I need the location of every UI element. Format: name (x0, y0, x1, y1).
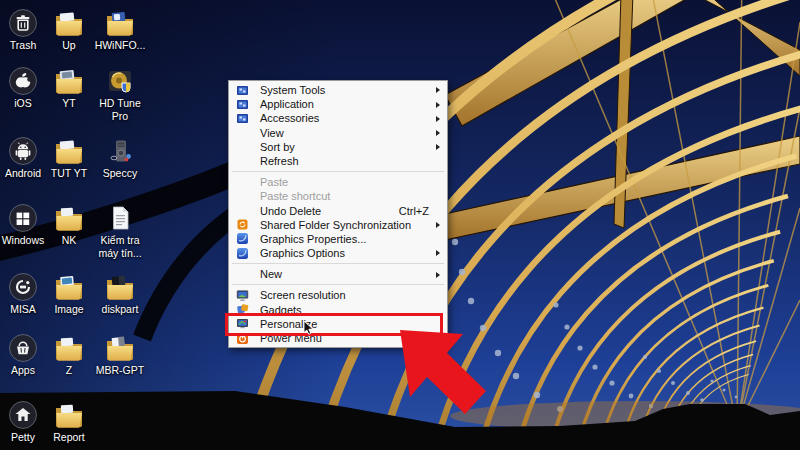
submenu-arrow-icon (436, 116, 440, 122)
menu-item-label: Application (260, 98, 314, 110)
desktop-icon-diskpart[interactable]: diskpart (91, 272, 149, 316)
menu-item-graphics-options[interactable]: Graphics Options (230, 246, 446, 260)
desktop-icon-ios[interactable]: iOS (0, 66, 49, 110)
desktop: Trash Up HWiNFO... iOS (0, 0, 800, 450)
icon-label: TUT YT (43, 167, 95, 180)
menu-item-label: Paste (260, 176, 288, 188)
submenu-arrow-icon (436, 250, 440, 256)
desktop-icon-trash[interactable]: Trash (0, 8, 49, 52)
desktop-icon-z[interactable]: Z (43, 333, 95, 377)
icon-label: Image (43, 303, 95, 316)
submenu-arrow-icon (436, 130, 440, 136)
desktop-icon-yt[interactable]: YT (43, 66, 95, 110)
pc-tower-icon (105, 136, 135, 166)
icon-label: Up (43, 39, 95, 52)
menu-item-view[interactable]: View (230, 126, 446, 140)
menu-item-application[interactable]: Application (230, 97, 446, 111)
context-menu: System Tools Application Accessories Vie… (228, 80, 448, 348)
desktop-icon-hwinfo[interactable]: HWiNFO... (91, 8, 149, 52)
windows-logo-icon (8, 203, 38, 233)
menu-item-screen-resolution[interactable]: Screen resolution (230, 288, 446, 302)
desktop-icon-tut-yt[interactable]: TUT YT (43, 136, 95, 180)
menu-item-label: Shared Folder Synchronization (260, 219, 411, 231)
menu-item-label: Refresh (260, 155, 299, 167)
submenu-arrow-icon (436, 272, 440, 278)
icon-label: Report (43, 431, 95, 444)
icon-label: NK (43, 234, 95, 247)
folder-icon (52, 8, 86, 38)
icon-label: Z (43, 364, 95, 377)
icon-label: YT (43, 97, 95, 110)
folder-icon (52, 203, 86, 233)
folder-icon (52, 333, 86, 363)
menu-item-system-tools[interactable]: System Tools (230, 83, 446, 97)
desktop-icon-nk[interactable]: NK (43, 203, 95, 247)
folder-icon (103, 333, 137, 363)
desktop-icon-up[interactable]: Up (43, 8, 95, 52)
hd-tune-icon (105, 66, 135, 96)
menu-item-undo-delete[interactable]: Undo Delete Ctrl+Z (230, 204, 446, 218)
screen-resolution-icon (236, 289, 249, 302)
desktop-icon-hd-tune-pro[interactable]: HD Tune Pro (91, 66, 149, 122)
desktop-icon-image[interactable]: Image (43, 272, 95, 316)
desktop-icon-apps[interactable]: Apps (0, 333, 49, 377)
menu-item-label: System Tools (260, 84, 325, 96)
menu-separator (232, 284, 444, 285)
basket-icon (8, 333, 38, 363)
house-icon (8, 400, 38, 430)
trash-icon (8, 8, 38, 38)
desktop-icon-misa[interactable]: MISA (0, 272, 49, 316)
folder-icon (52, 272, 86, 302)
pointer-arrow-annotation (390, 320, 500, 425)
icon-label: Trash (0, 39, 49, 52)
desktop-icon-mbr-gpt[interactable]: MBR-GPT (91, 333, 149, 377)
submenu-arrow-icon (436, 102, 440, 108)
folder-icon (52, 400, 86, 430)
sync-icon (236, 218, 249, 231)
icon-label: Petty (0, 431, 49, 444)
menu-item-label: Undo Delete (260, 205, 321, 217)
menu-item-sort-by[interactable]: Sort by (230, 140, 446, 154)
icon-label: diskpart (91, 303, 149, 316)
folder-icon (52, 66, 86, 96)
icon-label: HD Tune Pro (91, 97, 149, 122)
menu-item-shared-folder-synchronization[interactable]: Shared Folder Synchronization (230, 218, 446, 232)
document-icon (105, 203, 135, 233)
menu-separator (232, 171, 444, 172)
desktop-icon-speccy[interactable]: Speccy (91, 136, 149, 180)
mouse-cursor (303, 320, 316, 337)
submenu-arrow-icon (436, 144, 440, 150)
apple-icon (8, 66, 38, 96)
desktop-icon-android[interactable]: Android (0, 136, 49, 180)
desktop-icon-windows[interactable]: Windows (0, 203, 49, 247)
graphics-icon (236, 247, 249, 260)
menu-item-paste-shortcut[interactable]: Paste shortcut (230, 189, 446, 203)
menu-item-paste[interactable]: Paste (230, 175, 446, 189)
desktop-icon-petty[interactable]: Petty (0, 400, 49, 444)
menu-item-label: New (260, 268, 282, 280)
menu-item-label: Graphics Properties... (260, 233, 366, 245)
desktop-icon-kiem-tra[interactable]: Kiểm tra máy tín... (91, 203, 149, 259)
misa-icon (8, 272, 38, 302)
folder-icon (103, 8, 137, 38)
desktop-icon-report[interactable]: Report (43, 400, 95, 444)
menu-separator (232, 263, 444, 264)
icon-label: Speccy (91, 167, 149, 180)
menu-item-graphics-properties[interactable]: Graphics Properties... (230, 232, 446, 246)
icon-label: HWiNFO... (91, 39, 149, 52)
graphics-icon (236, 232, 249, 245)
menu-item-accessories[interactable]: Accessories (230, 111, 446, 125)
menu-item-label: Sort by (260, 141, 295, 153)
icon-label: iOS (0, 97, 49, 110)
program-group-icon (236, 84, 249, 97)
menu-item-label: Accessories (260, 112, 319, 124)
icon-label: MISA (0, 303, 49, 316)
icon-label: Kiểm tra máy tín... (91, 234, 149, 259)
android-icon (8, 136, 38, 166)
menu-item-new[interactable]: New (230, 267, 446, 281)
icon-label: Android (0, 167, 49, 180)
menu-item-refresh[interactable]: Refresh (230, 154, 446, 168)
menu-item-shortcut: Ctrl+Z (399, 204, 429, 218)
folder-icon (103, 272, 137, 302)
submenu-arrow-icon (436, 222, 440, 228)
